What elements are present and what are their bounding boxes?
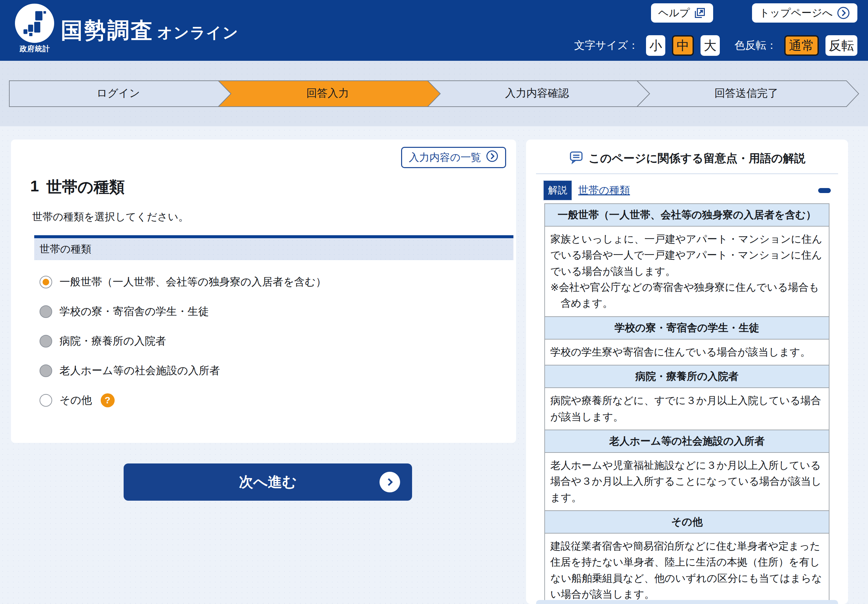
radio-option-row[interactable]: 病院・療養所の入院者 [40, 334, 513, 348]
radio-button[interactable] [40, 394, 52, 407]
fieldset-header: 世帯の種類 [34, 238, 513, 260]
glossary-panel: このページに関係する留意点・用語の解説 解説 世帯の種類 一般世帯（一人世帯、会… [526, 139, 848, 604]
panel-divider [536, 173, 838, 174]
radio-button[interactable] [40, 276, 52, 288]
radio-option-row[interactable]: その他 ? [40, 393, 513, 408]
glossary-term: 学校の寮・寄宿舎の学生・生徒 [545, 317, 829, 339]
glossary-term: 一般世帯（一人世帯、会社等の独身寮の入居者を含む） [545, 204, 829, 226]
site-title: 国勢調査 オンライン [61, 0, 239, 61]
glossary-term: 老人ホーム等の社会施設の入所者 [545, 430, 829, 453]
font-size-large-button[interactable]: 大 [701, 35, 720, 56]
help-button[interactable]: ヘルプ [651, 3, 713, 23]
font-size-small-button[interactable]: 小 [646, 35, 665, 56]
glossary-entry: 一般世帯（一人世帯、会社等の独身寮の入居者を含む） 家族といっしょに、一戸建やア… [545, 204, 829, 317]
next-glossary-section-cutoff [536, 600, 838, 604]
top-page-button-label: トップページへ [760, 6, 833, 20]
font-size-medium-button[interactable]: 中 [672, 35, 694, 56]
glossary-entry: 病院・療養所の入院者 病院や療養所などに、すでに３か月以上入院している場合が該当… [545, 365, 829, 430]
help-question-icon[interactable]: ? [101, 393, 115, 407]
glossary-term: 病院・療養所の入院者 [545, 365, 829, 388]
glossary-entry: その他 建設従業者宿舎や簡易宿泊所などに住む単身者や定まった住居を持たない単身者… [545, 511, 829, 604]
radio-options-list: 一般世帯（一人世帯、会社等の独身寮の入居者を含む） 学校の寮・寄宿舎の学生・生徒… [34, 260, 513, 408]
glossary-title-text: このページに関係する留意点・用語の解説 [589, 151, 805, 166]
question-title: 世帯の種類 [46, 177, 125, 198]
glossary-table: 一般世帯（一人世帯、会社等の独身寮の入居者を含む） 家族といっしょに、一戸建やア… [544, 203, 829, 604]
glossary-entry: 学校の寮・寄宿舎の学生・生徒 学校の学生寮や寄宿舎に住んでいる場合が該当します。 [545, 317, 829, 365]
chevron-right-circle-icon [486, 150, 499, 165]
radio-option-label[interactable]: 一般世帯（一人世帯、会社等の独身寮の入居者を含む） [59, 275, 326, 290]
color-invert-button[interactable]: 反転 [825, 35, 857, 56]
question-instruction: 世帯の種類を選択してください。 [32, 210, 189, 224]
input-summary-label: 入力内容の一覧 [409, 150, 481, 164]
step-login: ログイン [15, 81, 221, 106]
accessibility-controls: 文字サイズ： 小 中 大 色反転： 通常 反転 [574, 35, 857, 56]
color-normal-button[interactable]: 通常 [784, 35, 819, 56]
font-size-label: 文字サイズ： [574, 38, 639, 53]
top-page-button[interactable]: トップページへ [752, 3, 857, 23]
step-confirm: 入力内容確認 [434, 81, 640, 106]
census-online-page: { "ui_colors": { "header_blue": "#0C3E8E… [0, 0, 868, 604]
glossary-term: その他 [545, 511, 829, 534]
radio-button[interactable] [40, 364, 52, 377]
radio-button[interactable] [40, 305, 52, 318]
site-title-main: 国勢調査 [61, 15, 154, 45]
radio-option-row[interactable]: 老人ホーム等の社会施設の入所者 [40, 364, 513, 378]
radio-option-row[interactable]: 一般世帯（一人世帯、会社等の独身寮の入居者を含む） [40, 275, 513, 290]
glossary-panel-title: このページに関係する留意点・用語の解説 [526, 150, 848, 167]
radio-option-label[interactable]: その他 [59, 393, 92, 408]
color-invert-label: 色反転： [735, 38, 777, 53]
progress-steps: ログイン 回答入力 入力内容確認 回答送信完了 [0, 61, 868, 126]
app-header: 政府統計 国勢調査 オンライン ヘルプ トップページへ 文字サイズ： 小 中 大… [0, 0, 868, 61]
next-button-label: 次へ進む [239, 474, 297, 490]
step-complete: 回答送信完了 [643, 81, 849, 106]
help-button-label: ヘルプ [658, 6, 690, 20]
radio-option-label[interactable]: 病院・療養所の入院者 [59, 334, 166, 348]
next-button[interactable]: 次へ進む [124, 463, 412, 501]
fieldset-label: 世帯の種類 [40, 242, 91, 256]
chevron-right-circle-icon [837, 6, 850, 20]
chevron-right-icon [380, 472, 400, 492]
question-heading: 1 世帯の種類 [30, 177, 125, 198]
glossary-description: 学校の学生寮や寄宿舎に住んでいる場合が該当します。 [545, 339, 829, 365]
radio-option-label[interactable]: 老人ホーム等の社会施設の入所者 [59, 364, 220, 378]
logo-caption: 政府統計 [15, 44, 55, 54]
glossary-description: 家族といっしょに、一戸建やアパート・マンションに住んでいる場合や一人で一戸建やア… [545, 226, 829, 317]
speech-bubble-icon [569, 150, 584, 167]
household-type-fieldset: 世帯の種類 一般世帯（一人世帯、会社等の独身寮の入居者を含む） 学校の寮・寄宿舎… [34, 235, 513, 423]
fieldset-accent-bar [34, 235, 513, 238]
radio-option-row[interactable]: 学校の寮・寄宿舎の学生・生徒 [40, 304, 513, 319]
glossary-description: 病院や療養所などに、すでに３か月以上入院している場合が該当します。 [545, 388, 829, 430]
glossary-description: 建設従業者宿舎や簡易宿泊所などに住む単身者や定まった住居を持たない単身者、陸上に… [545, 534, 829, 604]
estat-logo[interactable]: 政府統計 [15, 4, 55, 54]
collapse-minus-icon[interactable] [818, 188, 831, 193]
question-card: 入力内容の一覧 1 世帯の種類 世帯の種類を選択してください。 世帯の種類 一般… [11, 139, 516, 443]
glossary-description: 老人ホームや児童福祉施設などに３か月以上入所している場合や３か月以上入所すること… [545, 453, 829, 511]
radio-option-label[interactable]: 学校の寮・寄宿舎の学生・生徒 [59, 304, 209, 319]
question-number: 1 [30, 177, 39, 198]
step-answer: 回答入力 [225, 81, 431, 106]
glossary-header-row: 解説 世帯の種類 [544, 181, 831, 200]
radio-button[interactable] [40, 335, 52, 347]
kaisetsu-badge: 解説 [544, 181, 572, 200]
glossary-entry: 老人ホーム等の社会施設の入所者 老人ホームや児童福祉施設などに３か月以上入所して… [545, 430, 829, 511]
input-summary-button[interactable]: 入力内容の一覧 [401, 147, 506, 168]
estat-logo-icon [15, 4, 54, 43]
site-title-sub: オンライン [157, 18, 239, 43]
household-type-glossary-link[interactable]: 世帯の種類 [578, 183, 630, 197]
external-link-icon [694, 7, 706, 19]
